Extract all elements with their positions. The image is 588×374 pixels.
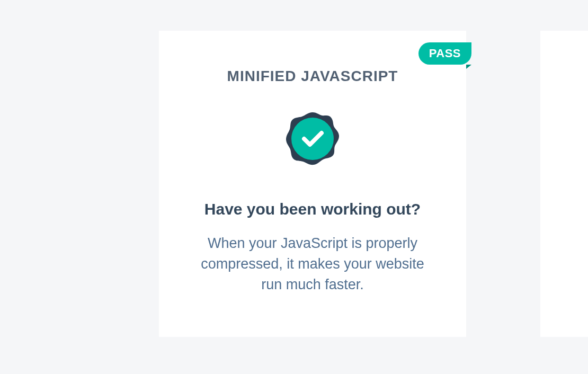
status-badge-label: PASS [429,47,461,60]
status-badge: PASS [418,42,471,65]
verified-check-badge-icon [285,111,340,168]
result-card-next [540,31,588,337]
card-description: When your JavaScript is properly compres… [180,233,445,295]
card-heading: Have you been working out? [180,200,445,218]
card-title: MINIFIED JAVASCRIPT [180,68,445,85]
svg-point-0 [291,118,334,160]
result-card-minified-js: PASS MINIFIED JAVASCRIPT Have you been w… [159,31,466,337]
